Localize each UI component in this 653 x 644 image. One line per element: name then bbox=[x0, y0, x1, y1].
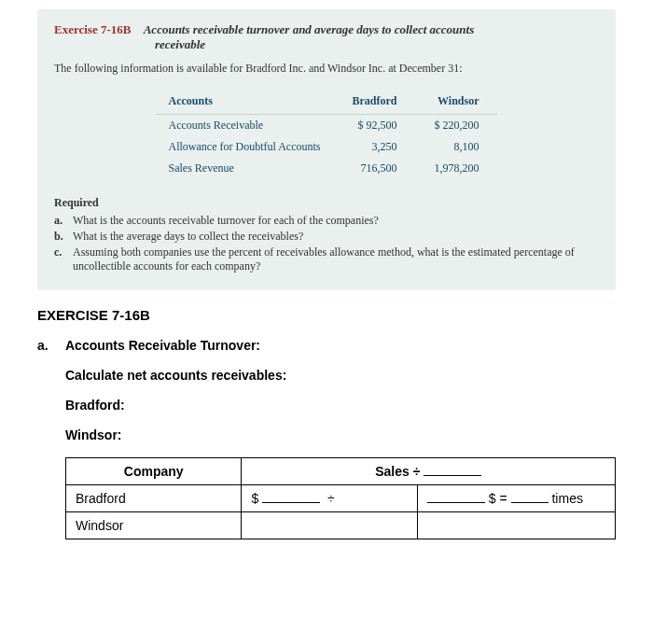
row-val: 716,500 bbox=[333, 158, 415, 179]
col-accounts: Accounts bbox=[156, 89, 334, 115]
divide-sign: ÷ bbox=[327, 491, 335, 506]
req-text: What is the accounts receivable turnover… bbox=[73, 214, 599, 228]
list-item: a. What is the accounts receivable turno… bbox=[54, 214, 599, 228]
list-item: c. Assuming both companies use the perce… bbox=[54, 245, 599, 273]
row-val: $ 220,200 bbox=[415, 115, 497, 137]
equals-sign: $ = bbox=[489, 491, 507, 506]
calc-table: Company Sales ÷ Bradford $ ÷ bbox=[65, 457, 616, 539]
blank-fill[interactable] bbox=[424, 475, 481, 476]
table-row: Windsor bbox=[66, 512, 616, 539]
req-letter: c. bbox=[54, 245, 73, 273]
table-row: Accounts Receivable $ 92,500 $ 220,200 bbox=[156, 115, 498, 137]
req-text: Assuming both companies use the percent … bbox=[73, 245, 599, 273]
part-a: a. Accounts Receivable Turnover: Calcula… bbox=[37, 338, 616, 539]
blank-fill[interactable] bbox=[262, 502, 320, 503]
worksheet-title: EXERCISE 7-16B bbox=[37, 307, 616, 323]
exercise-number: Exercise 7-16B bbox=[54, 22, 131, 36]
table-row: Sales Revenue 716,500 1,978,200 bbox=[156, 158, 498, 179]
part-letter: a. bbox=[37, 338, 65, 539]
req-text: What is the average days to collect the … bbox=[73, 230, 599, 244]
exercise-subtitle-1: Accounts receivable turnover and average… bbox=[144, 22, 475, 36]
intro-text: The following information is available f… bbox=[54, 62, 599, 76]
calc-col-company: Company bbox=[66, 458, 242, 485]
exercise-title-line: Exercise 7-16B Accounts receivable turno… bbox=[54, 22, 599, 52]
required-heading: Required bbox=[54, 196, 599, 210]
windsor-label: Windsor: bbox=[65, 427, 616, 442]
row-label: Allowance for Doubtful Accounts bbox=[156, 136, 334, 158]
req-letter: a. bbox=[54, 214, 73, 228]
list-item: b. What is the average days to collect t… bbox=[54, 230, 599, 244]
required-list: a. What is the accounts receivable turno… bbox=[54, 214, 599, 273]
calc-h2-text: Sales ÷ bbox=[375, 464, 420, 479]
calc-cell-empty[interactable] bbox=[242, 512, 417, 539]
part-a-heading: Accounts Receivable Turnover: bbox=[65, 338, 616, 353]
part-content: Accounts Receivable Turnover: Calculate … bbox=[65, 338, 616, 539]
data-table: Accounts Bradford Windsor Accounts Recei… bbox=[156, 89, 498, 179]
col-bradford: Bradford bbox=[333, 89, 415, 115]
calc-cell-empty[interactable] bbox=[417, 512, 615, 539]
dollar-sign: $ bbox=[251, 491, 258, 506]
calc-formula-left: $ ÷ bbox=[242, 485, 417, 512]
calc-company: Windsor bbox=[66, 512, 242, 539]
exercise-box: Exercise 7-16B Accounts receivable turno… bbox=[37, 9, 616, 290]
worksheet: EXERCISE 7-16B a. Accounts Receivable Tu… bbox=[37, 307, 616, 539]
calc-col-sales: Sales ÷ bbox=[242, 458, 616, 485]
bradford-label: Bradford: bbox=[65, 398, 616, 413]
req-letter: b. bbox=[54, 230, 73, 244]
calc-h1-text: Company bbox=[124, 464, 184, 479]
blank-fill[interactable] bbox=[511, 502, 549, 503]
row-val: $ 92,500 bbox=[333, 115, 415, 137]
blank-fill[interactable] bbox=[427, 502, 485, 503]
table-row: Allowance for Doubtful Accounts 3,250 8,… bbox=[156, 136, 498, 158]
row-val: 3,250 bbox=[333, 136, 415, 158]
row-val: 8,100 bbox=[415, 136, 497, 158]
calc-company: Bradford bbox=[66, 485, 242, 512]
col-windsor: Windsor bbox=[415, 89, 497, 115]
calc-label: Calculate net accounts receivables: bbox=[65, 368, 616, 383]
exercise-subtitle-2: receivable bbox=[155, 37, 599, 52]
times-text: times bbox=[551, 491, 582, 506]
row-val: 1,978,200 bbox=[415, 158, 497, 179]
row-label: Sales Revenue bbox=[156, 158, 334, 179]
table-row: Bradford $ ÷ $ = times bbox=[66, 485, 616, 512]
calc-formula-right: $ = times bbox=[417, 485, 615, 512]
row-label: Accounts Receivable bbox=[156, 115, 334, 137]
